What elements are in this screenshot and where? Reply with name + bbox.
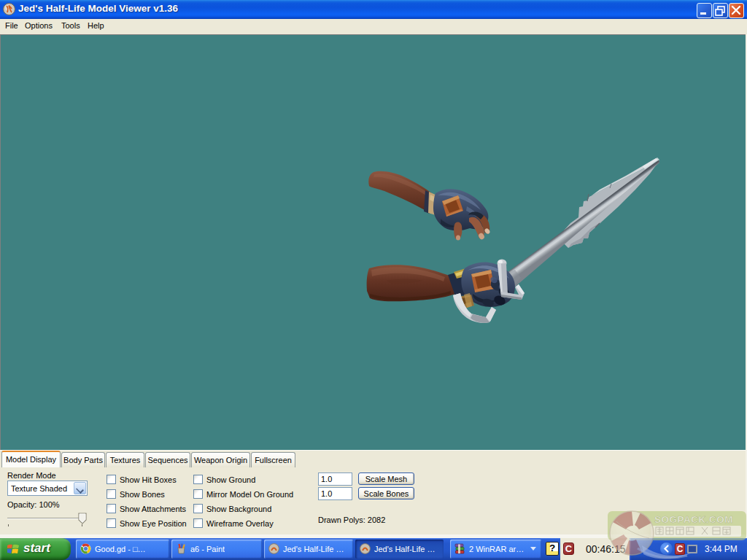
svg-text:SOGPACK.COM: SOGPACK.COM — [654, 514, 733, 525]
